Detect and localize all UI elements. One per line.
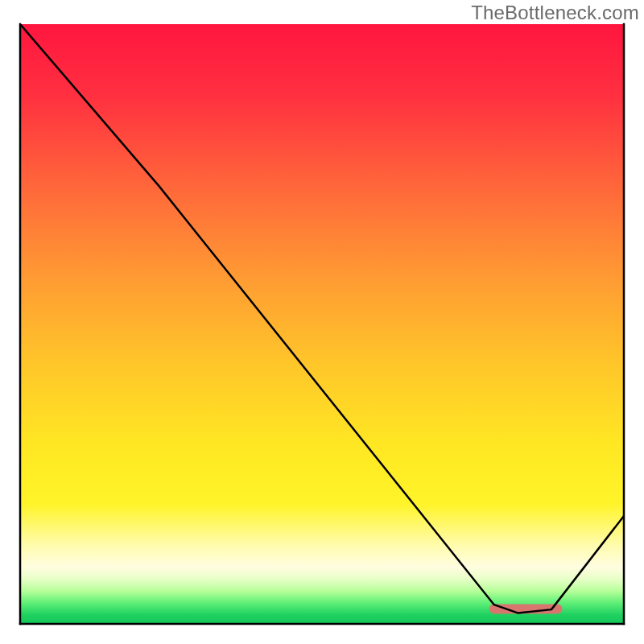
chart-svg: [0, 0, 644, 644]
gradient-background: [20, 24, 624, 624]
chart-stage: TheBottleneck.com: [0, 0, 644, 644]
